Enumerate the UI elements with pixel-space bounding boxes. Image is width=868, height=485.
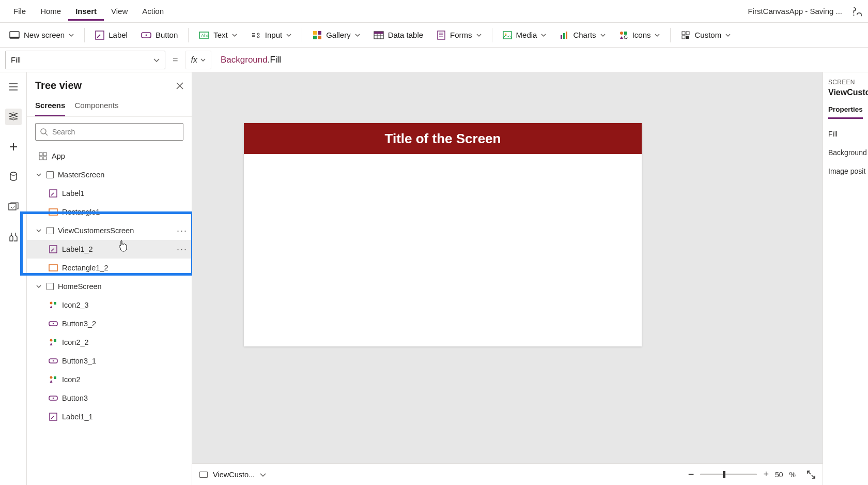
hamburger-icon[interactable] [5,79,22,95]
label-icon [49,245,58,254]
chevron-down-icon [35,228,42,233]
rectangle-icon [49,263,58,272]
svg-point-44 [50,339,53,342]
canvas-area[interactable]: Title of the Screen ViewCusto... − + 50 … [192,72,823,485]
button-button[interactable]: Button [136,27,183,42]
svg-rect-17 [503,32,512,39]
svg-point-29 [10,172,17,175]
menu-insert[interactable]: Insert [68,2,104,21]
fx-button[interactable]: fx [185,51,211,69]
more-icon[interactable]: ··· [177,244,188,255]
tab-screens[interactable]: Screens [35,97,65,116]
chevron-down-icon [153,57,160,63]
tree-item-button3[interactable]: Button3 [27,389,192,407]
zoom-slider[interactable] [700,474,757,475]
advanced-tools-icon[interactable] [5,229,22,245]
menu-file[interactable]: File [6,2,33,21]
title-banner[interactable]: Title of the Screen [244,123,642,154]
tree-view-title: Tree view [35,80,82,92]
charts-button[interactable]: Charts [554,27,610,42]
menu-view[interactable]: View [104,2,135,21]
tree-item-icon2-3[interactable]: Icon2_3 [27,296,192,314]
media-button[interactable]: Media [498,27,552,42]
screen-icon [47,171,54,178]
input-button[interactable]: Input [245,27,297,42]
tree-view-icon[interactable] [5,109,22,125]
text-button[interactable]: Abc Text [194,27,242,42]
tree-item-homescreen[interactable]: HomeScreen [27,277,192,296]
canvas-screen[interactable]: Title of the Screen [244,123,642,346]
icons-button[interactable]: Icons [614,27,665,43]
property-selector[interactable]: Fill [5,51,165,69]
tree-item-viewcustomersscreen[interactable]: ViewCustomersScreen ··· [27,221,192,240]
forms-button[interactable]: Forms [431,27,487,43]
svg-rect-23 [624,32,627,35]
tree-item-icon2-2[interactable]: Icon2_2 [27,333,192,352]
svg-point-8 [257,33,259,35]
tab-components[interactable]: Components [74,97,118,116]
svg-rect-20 [563,33,565,39]
tree-item-label1-2[interactable]: Label1_2 ··· [27,240,192,259]
svg-rect-26 [686,32,689,35]
tree-item-rectangle1-2[interactable]: Rectangle1_2 [27,259,192,277]
svg-rect-30 [9,204,16,210]
tab-properties[interactable]: Properties [828,102,863,119]
property-image-position[interactable]: Image posit [828,162,863,180]
title-banner-text: Title of the Screen [385,131,501,147]
properties-section-label: SCREEN [828,79,863,86]
svg-rect-2 [10,37,19,38]
property-background-image[interactable]: Background [828,143,863,162]
new-screen-button[interactable]: New screen [4,27,79,42]
data-icon[interactable] [5,169,22,185]
media-rail-icon[interactable] [5,199,22,215]
screen-icon [47,283,54,290]
zoom-in-button[interactable]: + [763,469,769,480]
search-icon [40,128,48,136]
status-screen-name[interactable]: ViewCusto... [213,471,255,479]
tree-item-masterscreen[interactable]: MasterScreen [27,165,192,184]
tree-item-app[interactable]: App [27,147,192,165]
label-button[interactable]: Label [90,27,133,43]
search-input[interactable] [52,128,179,136]
tree-list: App MasterScreen Label1 Rectangle1 ViewC… [27,147,192,485]
tree-item-label1-1[interactable]: Label1_1 [27,407,192,426]
svg-point-43 [53,323,54,324]
svg-rect-34 [39,157,42,160]
close-icon[interactable] [176,82,183,89]
svg-point-40 [50,302,53,305]
data-table-button[interactable]: Data table [368,27,428,42]
tree-item-button3-1[interactable]: Button3_1 [27,352,192,370]
chevron-down-icon [355,33,360,38]
help-icon[interactable] [850,6,862,17]
tree-item-icon2[interactable]: Icon2 [27,370,192,389]
property-fill[interactable]: Fill [828,125,863,143]
svg-point-51 [53,398,54,399]
svg-rect-35 [43,157,47,160]
svg-rect-37 [49,209,57,215]
zoom-out-button[interactable]: − [688,468,694,480]
tree-item-rectangle1[interactable]: Rectangle1 [27,203,192,221]
svg-text:Abc: Abc [201,33,209,38]
icon-control-icon [49,375,58,384]
svg-point-48 [50,376,53,379]
tree-item-label1[interactable]: Label1 [27,184,192,203]
add-icon[interactable] [5,139,22,155]
tree-item-button3-2[interactable]: Button3_2 [27,314,192,333]
menu-action[interactable]: Action [135,2,171,21]
formula-input[interactable]: Background.Fill [216,51,863,69]
menu-bar: File Home Insert View Action FirstCanvas… [0,0,868,23]
fit-to-window-icon[interactable] [807,471,815,479]
chevron-down-icon [200,57,206,63]
more-icon[interactable]: ··· [177,225,188,236]
button-button-label: Button [156,31,178,39]
tree-item-label: Rectangle1 [62,208,100,216]
search-box[interactable] [35,123,183,141]
svg-rect-27 [682,36,685,39]
menu-home[interactable]: Home [33,2,68,21]
gallery-button[interactable]: Gallery [307,27,365,43]
svg-rect-45 [54,339,56,342]
tree-item-label: Icon2_2 [62,338,89,346]
new-screen-label: New screen [24,31,65,39]
custom-button[interactable]: Custom [676,27,736,43]
chevron-down-icon[interactable] [260,472,266,478]
